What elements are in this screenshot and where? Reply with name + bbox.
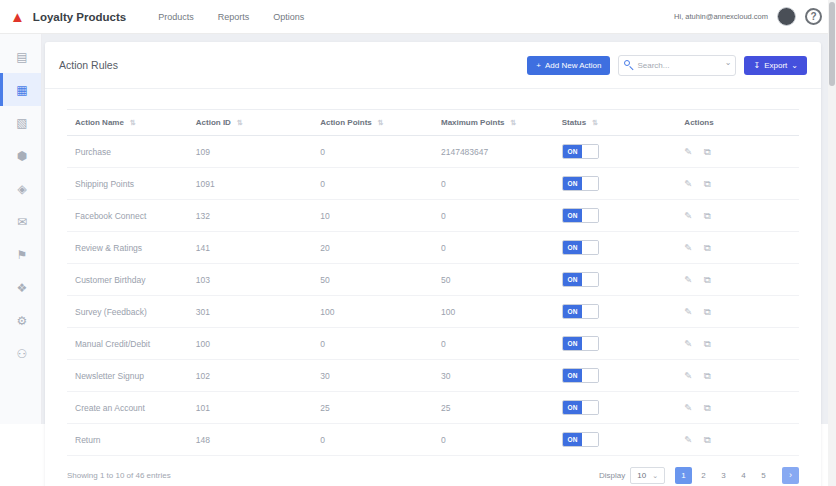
toggle-knob — [582, 433, 598, 446]
sidebar-item[interactable]: ⚙ — [0, 304, 41, 337]
status-toggle[interactable]: ON — [562, 432, 599, 447]
column-header[interactable]: Status⇅ — [554, 110, 677, 136]
copy-icon[interactable]: ⧉ — [704, 434, 711, 445]
page-button[interactable]: 3 — [715, 467, 732, 484]
edit-icon[interactable]: ✎ — [684, 402, 692, 413]
cell-action-id: 101 — [188, 392, 312, 424]
copy-icon[interactable]: ⧉ — [704, 402, 711, 413]
card-footer: Showing 1 to 10 of 46 entries Display 10… — [45, 456, 821, 486]
sidebar-item[interactable]: ▤ — [0, 40, 41, 73]
cell-action-points: 0 — [312, 328, 433, 360]
sidebar-item[interactable]: ◈ — [0, 172, 41, 205]
sort-icon[interactable]: ⇅ — [592, 119, 598, 126]
cell-action-points: 100 — [312, 296, 433, 328]
toggle-knob — [582, 145, 598, 158]
nav-item-reports[interactable]: Reports — [218, 12, 250, 22]
vertical-scrollbar[interactable] — [828, 0, 836, 486]
cell-maximum-points: 0 — [433, 328, 554, 360]
reports-icon: ▧ — [16, 116, 27, 130]
topbar: ▲ Loyalty Products Products Reports Opti… — [0, 0, 836, 34]
sidebar: ▤ ▦ ▧ ⬢ ◈ ✉ ⚑ — [0, 34, 42, 424]
cell-action-name: Survey (Feedback) — [67, 296, 188, 328]
status-toggle[interactable]: ON — [562, 176, 599, 191]
campaigns-icon: ⚑ — [17, 248, 28, 262]
segments-icon: ❖ — [17, 281, 28, 295]
column-header[interactable]: Action Points⇅ — [312, 110, 433, 136]
avatar[interactable] — [777, 7, 796, 26]
card-header: Action Rules + Add New Action ⌄ ↧ Export — [45, 42, 821, 89]
status-toggle[interactable]: ON — [562, 368, 599, 383]
edit-icon[interactable]: ✎ — [684, 338, 692, 349]
status-toggle[interactable]: ON — [562, 304, 599, 319]
table-row: Newsletter Signup 102 30 30 ON — [67, 360, 799, 392]
sidebar-item[interactable]: ▧ — [0, 106, 41, 139]
status-toggle[interactable]: ON — [562, 272, 599, 287]
edit-icon[interactable]: ✎ — [684, 178, 692, 189]
sort-icon[interactable]: ⇅ — [378, 119, 384, 126]
toggle-on-label: ON — [563, 273, 582, 286]
page-button[interactable]: 1 — [675, 467, 692, 484]
copy-icon[interactable]: ⧉ — [704, 370, 711, 381]
status-toggle[interactable]: ON — [562, 336, 599, 351]
copy-icon[interactable]: ⧉ — [704, 338, 711, 349]
cell-action-id: 109 — [188, 136, 312, 168]
chevron-down-icon[interactable]: ⌄ — [725, 58, 732, 67]
sidebar-item[interactable]: ⚑ — [0, 238, 41, 271]
next-page-button[interactable]: › — [782, 467, 799, 484]
copy-icon[interactable]: ⧉ — [704, 242, 711, 253]
edit-icon[interactable]: ✎ — [684, 306, 692, 317]
users-icon: ⚇ — [17, 347, 28, 361]
table-row: Shipping Points 1091 0 0 ON — [67, 168, 799, 200]
cell-maximum-points: 0 — [433, 168, 554, 200]
column-header[interactable]: Action ID⇅ — [188, 110, 312, 136]
chevron-down-icon: ⌄ — [652, 472, 658, 480]
add-new-action-button[interactable]: + Add New Action — [527, 56, 610, 75]
settings-icon: ⚙ — [17, 314, 28, 328]
sort-icon[interactable]: ⇅ — [237, 119, 243, 126]
toggle-on-label: ON — [563, 145, 582, 158]
status-toggle[interactable]: ON — [562, 144, 599, 159]
edit-icon[interactable]: ✎ — [684, 370, 692, 381]
page-button[interactable]: 2 — [695, 467, 712, 484]
sort-icon[interactable]: ⇅ — [511, 119, 517, 126]
cell-maximum-points: 30 — [433, 360, 554, 392]
table-row: Customer Birthday 103 50 50 ON — [67, 264, 799, 296]
copy-icon[interactable]: ⧉ — [704, 210, 711, 221]
sort-icon[interactable]: ⇅ — [130, 119, 136, 126]
sidebar-item[interactable]: ⬢ — [0, 139, 41, 172]
nav-item-options[interactable]: Options — [273, 12, 304, 22]
status-toggle[interactable]: ON — [562, 208, 599, 223]
header-tools: + Add New Action ⌄ ↧ Export ⌄ — [527, 54, 807, 76]
cell-action-points: 10 — [312, 200, 433, 232]
copy-icon[interactable]: ⧉ — [704, 274, 711, 285]
status-toggle[interactable]: ON — [562, 400, 599, 415]
copy-icon[interactable]: ⧉ — [704, 306, 711, 317]
display-count-select[interactable]: 10 ⌄ — [630, 467, 665, 484]
column-header[interactable]: Action Name⇅ — [67, 110, 188, 136]
page-button[interactable]: 5 — [755, 467, 772, 484]
help-icon[interactable]: ? — [805, 8, 822, 25]
cell-action-points: 0 — [312, 136, 433, 168]
search-input[interactable] — [618, 55, 736, 76]
export-button[interactable]: ↧ Export ⌄ — [744, 56, 807, 75]
column-header[interactable]: Actions⇅ — [676, 110, 799, 136]
status-toggle[interactable]: ON — [562, 240, 599, 255]
nav-item-products[interactable]: Products — [158, 12, 194, 22]
copy-icon[interactable]: ⧉ — [704, 178, 711, 189]
edit-icon[interactable]: ✎ — [684, 146, 692, 157]
sidebar-item[interactable]: ⚇ — [0, 337, 41, 370]
toggle-on-label: ON — [563, 241, 582, 254]
edit-icon[interactable]: ✎ — [684, 242, 692, 253]
sidebar-item[interactable]: ✉ — [0, 205, 41, 238]
cell-maximum-points: 2147483647 — [433, 136, 554, 168]
copy-icon[interactable]: ⧉ — [704, 146, 711, 157]
column-header[interactable]: Maximum Points⇅ — [433, 110, 554, 136]
edit-icon[interactable]: ✎ — [684, 434, 692, 445]
edit-icon[interactable]: ✎ — [684, 274, 692, 285]
scrollbar-thumb[interactable] — [829, 2, 835, 86]
page-button[interactable]: 4 — [735, 467, 752, 484]
edit-icon[interactable]: ✎ — [684, 210, 692, 221]
table-row: Purchase 109 0 2147483647 ON — [67, 136, 799, 168]
sidebar-item[interactable]: ▦ — [0, 73, 41, 106]
sidebar-item[interactable]: ❖ — [0, 271, 41, 304]
